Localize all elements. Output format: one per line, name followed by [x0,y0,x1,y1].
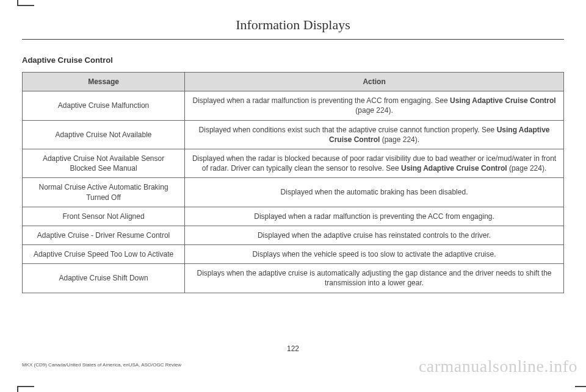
watermark: carmanualsonline.info [419,357,577,376]
table-row: Adaptive Cruise Malfunction Displayed wh… [23,91,564,120]
table-row: Adaptive Cruise Speed Too Low to Activat… [23,245,564,264]
cell-action: Displayed when conditions exist such tha… [185,120,564,149]
cell-action: Displayed when a radar malfunction is pr… [185,207,564,226]
cell-message: Adaptive Cruise Speed Too Low to Activat… [23,245,185,264]
page-body: Information Displays Adaptive Cruise Con… [0,0,586,293]
table-row: Adaptive Cruise Not Available Sensor Blo… [23,149,564,177]
cell-action: Displayed when the radar is blocked beca… [185,149,564,177]
cell-action: Displayed when the automatic braking has… [185,178,564,207]
table-row: Adaptive Cruise Shift Down Displays when… [23,264,564,293]
chapter-title: Information Displays [22,17,564,40]
table-row: Adaptive Cruise - Driver Resume Control … [23,226,564,244]
table-row: Normal Cruise Active Automatic Braking T… [23,178,564,207]
cell-message: Adaptive Cruise Malfunction [23,91,185,120]
cell-message: Normal Cruise Active Automatic Braking T… [23,178,185,207]
table-row: Adaptive Cruise Not Available Displayed … [23,120,564,149]
col-header-action: Action [185,73,564,91]
cell-action: Displays when the vehicle speed is too s… [185,245,564,264]
crop-mark-top-left [17,0,34,6]
fineprint: MKX (CD9) Canada/United States of Americ… [22,362,181,368]
cell-message: Front Sensor Not Aligned [23,207,185,226]
cell-message: Adaptive Cruise Shift Down [23,264,185,293]
cell-action: Displays when the adaptive cruise is aut… [185,264,564,293]
table-row: Front Sensor Not Aligned Displayed when … [23,207,564,226]
crop-mark-bottom-left [17,386,34,392]
cell-message: Adaptive Cruise Not Available Sensor Blo… [23,149,185,177]
messages-table: Message Action Adaptive Cruise Malfuncti… [22,72,564,293]
crop-mark-bottom-right [575,386,586,392]
cell-message: Adaptive Cruise Not Available [23,120,185,149]
cell-message: Adaptive Cruise - Driver Resume Control [23,226,185,244]
col-header-message: Message [23,73,185,91]
cell-action: Displayed when the adaptive cruise has r… [185,226,564,244]
page-number: 122 [0,344,586,353]
section-heading: Adaptive Cruise Control [22,55,564,65]
cell-action: Displayed when a radar malfunction is pr… [185,91,564,120]
